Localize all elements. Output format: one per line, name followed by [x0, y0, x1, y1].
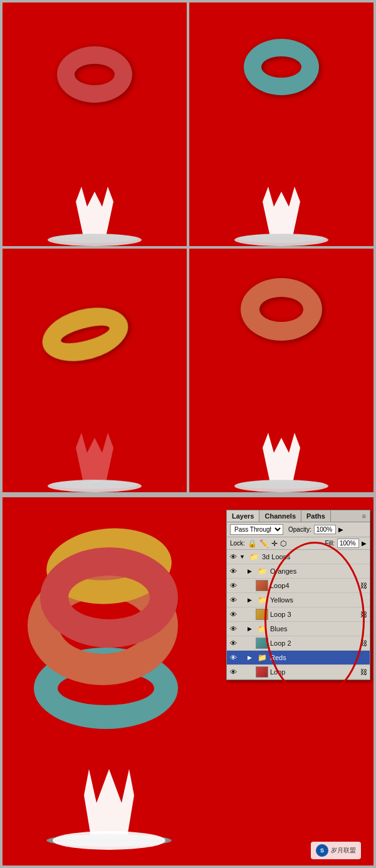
scene-background: Layers Channels Paths ≡ Pass Through Nor…: [3, 497, 373, 865]
eye-blues[interactable]: 👁: [229, 624, 238, 633]
eye-loop3[interactable]: 👁: [229, 610, 238, 619]
layer-name-yellows: Yellows: [270, 596, 368, 604]
folder-reds-icon: 📁: [256, 652, 268, 663]
folder-3dloops-icon: 📁: [248, 551, 260, 562]
splash-liquid: [76, 187, 113, 237]
eye-3dloops[interactable]: 👁: [229, 552, 238, 561]
layers-panel: Layers Channels Paths ≡ Pass Through Nor…: [226, 510, 370, 680]
layer-row-loop[interactable]: 👁 Loop ⛓: [227, 665, 370, 679]
layer-name-oranges: Oranges: [270, 567, 368, 575]
splash-liquid-orange: [263, 433, 300, 483]
chain-loop3: ⛓: [359, 611, 368, 618]
fill-arrow[interactable]: ▶: [362, 540, 367, 547]
layer-row-loop3[interactable]: 👁 Loop 3 ⛓: [227, 607, 370, 622]
grid-cell-orange: [189, 249, 373, 492]
expand-3dloops[interactable]: ▼: [239, 554, 246, 560]
expand-reds[interactable]: ▶: [248, 654, 254, 661]
tab-layers[interactable]: Layers: [227, 510, 259, 522]
opacity-arrow[interactable]: ▶: [338, 526, 343, 533]
donut-red: [57, 46, 132, 103]
splash-base-orange: [234, 480, 328, 492]
grid-cell-red: [3, 3, 187, 246]
watermark-logo: S: [316, 844, 328, 857]
tab-paths[interactable]: Paths: [301, 510, 331, 522]
watermark-text: 岁月联盟: [331, 846, 356, 855]
lock-label: Lock:: [230, 540, 245, 547]
donut-orange-container: [241, 278, 322, 341]
grid-cell-teal: [189, 3, 373, 246]
splash-base: [48, 234, 142, 246]
layer-name-blues: Blues: [270, 625, 368, 633]
layer-row-reds[interactable]: 👁 ▶ 📁 Reds: [227, 651, 370, 665]
opacity-input[interactable]: [314, 525, 336, 534]
splash-teal: [231, 171, 332, 246]
splash-base-yellow: [48, 480, 142, 492]
thumb-loop3: [256, 609, 268, 620]
expand-blues[interactable]: ▶: [248, 626, 254, 632]
splash-yellow: [44, 417, 145, 492]
composite-donut-stack: [21, 516, 203, 716]
shield-icon[interactable]: ⬡: [280, 539, 286, 548]
watermark: S 岁月联盟: [311, 842, 361, 859]
bottom-scene: Layers Channels Paths ≡ Pass Through Nor…: [0, 495, 376, 868]
layer-name-3dloops: 3d Loops: [262, 553, 368, 561]
splash-liquid-yellow: [76, 433, 113, 483]
lock-icon[interactable]: 🔒: [248, 539, 257, 548]
layer-row-blues[interactable]: 👁 ▶ 📁 Blues: [227, 622, 370, 636]
blend-opacity-controls: Pass Through Normal Multiply Screen Opac…: [227, 522, 370, 537]
chain-loop: ⛓: [359, 668, 368, 676]
eye-loop[interactable]: 👁: [229, 668, 238, 676]
splash-red: [44, 171, 145, 246]
layer-name-loop2: Loop 2: [270, 639, 357, 647]
layers-tabs: Layers Channels Paths ≡: [227, 510, 370, 522]
composite-donut-red: [40, 547, 178, 648]
layers-list: 👁 ▼ 📁 3d Loops 👁 ▶ 📁 Oranges 👁: [227, 550, 370, 679]
opacity-label: Opacity:: [288, 526, 311, 533]
move-icon[interactable]: ✛: [271, 539, 278, 548]
eye-oranges[interactable]: 👁: [229, 567, 238, 576]
expand-oranges[interactable]: ▶: [248, 568, 254, 574]
bs-milk-pool: [53, 831, 165, 850]
donut-orange: [241, 278, 322, 341]
eye-loop2[interactable]: 👁: [229, 639, 238, 648]
thumb-loop: [256, 666, 268, 678]
tab-channels[interactable]: Channels: [259, 510, 301, 522]
layer-name-loop3: Loop 3: [270, 611, 357, 618]
donut-red-container: [57, 46, 132, 103]
thumb-loop4: [256, 580, 268, 591]
splash-base-teal: [234, 234, 328, 246]
layer-row-3dloops[interactable]: 👁 ▼ 📁 3d Loops: [227, 550, 370, 564]
bs-liquid: [84, 765, 134, 840]
fill-label: Fill:: [325, 540, 335, 547]
fill-input[interactable]: [337, 539, 359, 548]
layer-name-loop: Loop: [270, 668, 357, 676]
eye-loop4[interactable]: 👁: [229, 581, 238, 590]
chain-loop2: ⛓: [359, 639, 368, 647]
thumb-loop2: [256, 638, 268, 649]
donut-yellow-container: [41, 309, 129, 359]
splash-liquid-teal: [263, 187, 300, 237]
expand-yellows[interactable]: ▶: [248, 597, 254, 603]
blend-mode-select[interactable]: Pass Through Normal Multiply Screen: [230, 524, 283, 535]
layer-name-reds[interactable]: Reds: [270, 654, 368, 661]
pencil-icon[interactable]: ✏️: [259, 539, 269, 548]
layer-name-loop4: Loop4: [270, 582, 357, 589]
bottom-splash: [40, 753, 178, 853]
donut-yellow: [36, 299, 134, 370]
eye-yellows[interactable]: 👁: [229, 596, 238, 604]
layer-row-loop4[interactable]: 👁 Loop4 ⛓: [227, 579, 370, 593]
folder-blues-icon: 📁: [256, 623, 268, 634]
folder-yellows-icon: 📁: [256, 594, 268, 606]
top-grid: [0, 0, 376, 495]
layer-row-loop2[interactable]: 👁 Loop 2 ⛓: [227, 636, 370, 651]
panel-menu-button[interactable]: ≡: [358, 510, 370, 522]
eye-reds[interactable]: 👁: [229, 653, 238, 662]
splash-orange: [231, 417, 332, 492]
donut-teal: [244, 39, 319, 95]
layer-row-oranges[interactable]: 👁 ▶ 📁 Oranges: [227, 564, 370, 579]
folder-oranges-icon: 📁: [256, 566, 268, 577]
layer-row-yellows[interactable]: 👁 ▶ 📁 Yellows: [227, 593, 370, 607]
chain-loop4: ⛓: [359, 582, 368, 589]
lock-row: Lock: 🔒 ✏️ ✛ ⬡ Fill: ▶: [227, 537, 370, 550]
grid-cell-yellow: [3, 249, 187, 492]
